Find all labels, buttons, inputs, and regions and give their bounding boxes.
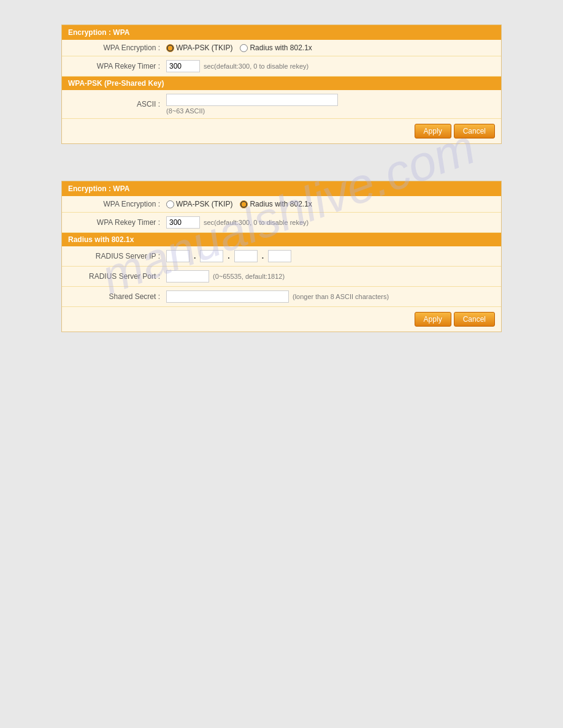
panel2-rekey-input[interactable]: 300 xyxy=(166,216,200,229)
panel2-radio-option-wpa-psk[interactable]: WPA-PSK (TKIP) xyxy=(166,200,232,208)
panel2-rekey-label: WPA Rekey Timer : xyxy=(68,218,166,227)
rekey-label: WPA Rekey Timer : xyxy=(68,62,166,70)
ip-dot-3: . xyxy=(262,252,264,260)
panel1-apply-button[interactable]: Apply xyxy=(415,124,451,138)
panel2-rekey-timer-row: WPA Rekey Timer : 300 sec(default:300, 0… xyxy=(62,213,501,233)
rekey-input[interactable]: 300 xyxy=(166,60,200,72)
panel2-radio-radius[interactable] xyxy=(240,200,248,208)
panel2-radio-option-radius[interactable]: Radius with 802.1x xyxy=(240,200,312,208)
panel2-apply-button[interactable]: Apply xyxy=(415,312,451,327)
radius-port-input[interactable] xyxy=(166,270,209,282)
ascii-row: ASCII : (8~63 ASCII) xyxy=(62,90,501,119)
radius-ip-field-1[interactable] xyxy=(166,250,190,262)
panel2-cancel-button[interactable]: Cancel xyxy=(454,312,495,327)
radius-ip-row: RADIUS Server IP : . . . xyxy=(62,246,501,267)
radius-port-label: RADIUS Server Port : xyxy=(68,272,166,281)
radius-port-hint: (0~65535, default:1812) xyxy=(213,273,285,280)
radius-ip-label: RADIUS Server IP : xyxy=(68,252,166,260)
wpa-encryption-row: WPA Encryption : WPA-PSK (TKIP) Radius w… xyxy=(62,40,501,56)
panel2-rekey-content: 300 sec(default:300, 0 to disable rekey) xyxy=(166,216,495,229)
panel-radius: Encryption : WPA WPA Encryption : WPA-PS… xyxy=(61,181,502,332)
radius-port-content: (0~65535, default:1812) xyxy=(166,270,495,282)
panel2-rekey-hint: sec(default:300, 0 to disable rekey) xyxy=(204,219,308,226)
radius-ip-content: . . . xyxy=(166,250,495,262)
page-wrapper: manualshlive.com Encryption : WPA WPA En… xyxy=(0,0,563,728)
radius-section-header: Radius with 802.1x xyxy=(62,233,501,246)
radio-option-wpa-psk[interactable]: WPA-PSK (TKIP) xyxy=(166,44,232,52)
radius-port-row: RADIUS Server Port : (0~65535, default:1… xyxy=(62,267,501,287)
wpa-encryption-label: WPA Encryption : xyxy=(68,44,166,52)
panel2-header: Encryption : WPA xyxy=(62,181,501,196)
shared-secret-content: (longer than 8 ASCII characters) xyxy=(166,290,495,303)
ascii-input[interactable] xyxy=(166,94,338,106)
ascii-label: ASCII : xyxy=(68,100,166,108)
radio-radius-label: Radius with 802.1x xyxy=(250,44,312,52)
shared-secret-hint: (longer than 8 ASCII characters) xyxy=(293,293,389,300)
panel2-radio-wpa-psk[interactable] xyxy=(166,200,174,208)
panel2-wpa-encryption-row: WPA Encryption : WPA-PSK (TKIP) Radius w… xyxy=(62,196,501,213)
rekey-hint: sec(default:300, 0 to disable rekey) xyxy=(204,63,308,70)
ascii-hint: (8~63 ASCII) xyxy=(166,107,338,115)
panel-wpa-psk: Encryption : WPA WPA Encryption : WPA-PS… xyxy=(61,25,502,144)
ip-dot-1: . xyxy=(194,252,196,260)
panel2-button-row: Apply Cancel xyxy=(62,307,501,332)
ascii-content: (8~63 ASCII) xyxy=(166,94,495,115)
radio-wpa-psk[interactable] xyxy=(166,44,174,52)
panel2-wpa-encryption-options: WPA-PSK (TKIP) Radius with 802.1x xyxy=(166,200,495,208)
shared-secret-input[interactable] xyxy=(166,290,289,303)
panel2-radio-wpa-psk-label: WPA-PSK (TKIP) xyxy=(176,200,232,208)
wpa-encryption-options: WPA-PSK (TKIP) Radius with 802.1x xyxy=(166,44,495,52)
shared-secret-label: Shared Secret : xyxy=(68,292,166,301)
radius-ip-field-3[interactable] xyxy=(234,250,258,262)
radio-option-radius[interactable]: Radius with 802.1x xyxy=(240,44,312,52)
panel1-button-row: Apply Cancel xyxy=(62,119,501,143)
panel2-radio-radius-label: Radius with 802.1x xyxy=(250,200,312,208)
rekey-timer-row: WPA Rekey Timer : 300 sec(default:300, 0… xyxy=(62,56,501,77)
radio-radius[interactable] xyxy=(240,44,248,52)
rekey-content: 300 sec(default:300, 0 to disable rekey) xyxy=(166,60,495,72)
panel1-header: Encryption : WPA xyxy=(62,25,501,40)
panel2-wpa-encryption-label: WPA Encryption : xyxy=(68,200,166,208)
radius-ip-field-4[interactable] xyxy=(268,250,291,262)
psk-section-header: WPA-PSK (Pre-Shared Key) xyxy=(62,77,501,90)
radio-wpa-psk-label: WPA-PSK (TKIP) xyxy=(176,44,232,52)
ip-dot-2: . xyxy=(228,252,229,260)
shared-secret-row: Shared Secret : (longer than 8 ASCII cha… xyxy=(62,287,501,307)
panel1-cancel-button[interactable]: Cancel xyxy=(454,124,495,138)
radius-ip-field-2[interactable] xyxy=(200,250,223,262)
